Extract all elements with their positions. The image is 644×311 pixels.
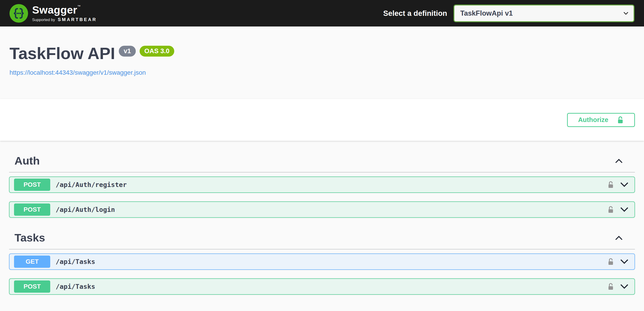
- operation-row[interactable]: GET /api/Tasks: [9, 254, 635, 270]
- tag-title: Auth: [14, 155, 40, 167]
- trademark: ™: [77, 4, 81, 8]
- spec-url-link[interactable]: https://localhost:44343/swagger/v1/swagg…: [10, 69, 146, 76]
- smartbear-wordmark: SMARTBEAR: [58, 17, 97, 22]
- chevron-down-icon[interactable]: [620, 259, 629, 264]
- unlock-icon: [617, 116, 624, 124]
- tag-title: Tasks: [14, 232, 45, 244]
- brand-name: Swagger™: [32, 4, 97, 15]
- swagger-logo-icon: [10, 4, 28, 23]
- method-badge: POST: [14, 280, 50, 293]
- operation-row[interactable]: POST /api/Auth/register: [9, 176, 635, 193]
- title-row: TaskFlow API v1 OAS 3.0: [10, 44, 634, 63]
- authorize-label: Authorize: [578, 116, 608, 124]
- definition-select[interactable]: TaskFlowApi v1: [454, 4, 634, 22]
- unlock-icon[interactable]: [607, 257, 614, 266]
- tag-header-tasks[interactable]: Tasks: [9, 226, 635, 250]
- page-title: TaskFlow API: [10, 44, 115, 63]
- operations-list: POST /api/Auth/register POST /api/Auth/l…: [9, 172, 635, 218]
- operation-path[interactable]: /api/Tasks: [56, 258, 95, 266]
- operations-area: Auth POST /api/Auth/register POST /api/A…: [0, 141, 644, 295]
- chevron-down-icon[interactable]: [620, 284, 629, 289]
- oas-badge: OAS 3.0: [140, 46, 174, 56]
- unlock-icon[interactable]: [607, 205, 614, 214]
- operation-row[interactable]: POST /api/Tasks: [9, 278, 635, 295]
- operation-path[interactable]: /api/Tasks: [56, 283, 95, 290]
- brand-text: Swagger™ Supported by SMARTBEAR: [32, 4, 97, 22]
- operations-list: GET /api/Tasks POST /api/Tasks: [9, 250, 635, 295]
- topbar: Swagger™ Supported by SMARTBEAR Select a…: [0, 0, 644, 26]
- method-badge: GET: [14, 256, 50, 268]
- operation-row[interactable]: POST /api/Auth/login: [9, 202, 635, 218]
- definition-select-wrap: TaskFlowApi v1: [454, 4, 634, 22]
- unlock-icon[interactable]: [607, 180, 614, 189]
- supported-by-label: Supported by: [32, 18, 55, 22]
- version-badge: v1: [119, 46, 136, 56]
- tag-section: Auth POST /api/Auth/register POST /api/A…: [9, 150, 635, 218]
- tag-section: Tasks GET /api/Tasks POST /api/Tasks: [9, 226, 635, 295]
- chevron-down-icon[interactable]: [620, 207, 629, 212]
- method-badge: POST: [14, 204, 50, 216]
- chevron-up-icon[interactable]: [614, 236, 623, 240]
- method-badge: POST: [14, 178, 50, 191]
- chevron-down-icon[interactable]: [620, 182, 629, 188]
- tag-header-auth[interactable]: Auth: [9, 150, 635, 172]
- operation-path[interactable]: /api/Auth/login: [56, 206, 115, 214]
- authorize-button[interactable]: Authorize: [567, 113, 635, 127]
- operation-path[interactable]: /api/Auth/register: [56, 181, 127, 188]
- definition-select-label: Select a definition: [383, 9, 447, 18]
- unlock-icon[interactable]: [607, 282, 614, 291]
- swagger-logo-link[interactable]: Swagger™ Supported by SMARTBEAR: [10, 4, 97, 23]
- brand-subtitle: Supported by SMARTBEAR: [32, 17, 97, 22]
- definition-selector: Select a definition TaskFlowApi v1: [383, 4, 634, 22]
- chevron-up-icon[interactable]: [614, 158, 623, 164]
- scheme-container: Authorize: [0, 99, 644, 141]
- info-section: TaskFlow API v1 OAS 3.0 https://localhos…: [0, 26, 644, 99]
